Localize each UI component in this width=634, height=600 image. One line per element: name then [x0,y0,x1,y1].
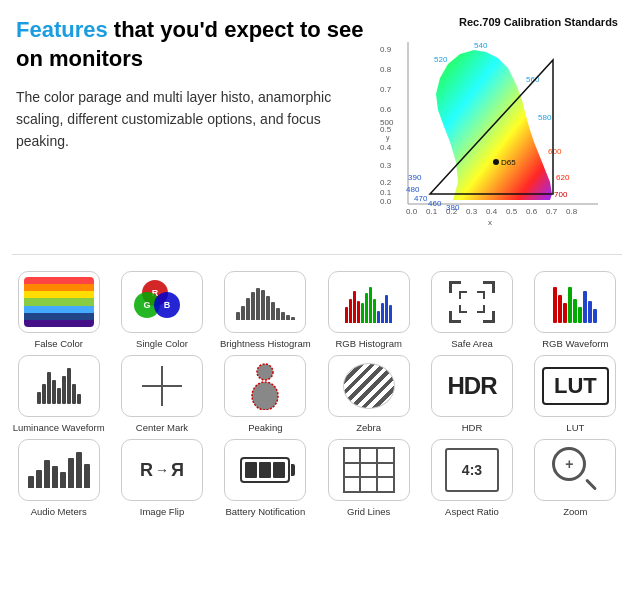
svg-text:0.6: 0.6 [380,105,392,114]
feature-lut: LUT LUT [527,355,624,433]
hdr-icon: HDR [447,372,496,400]
feature-zoom: + Zoom [527,439,624,517]
image-flip-icon-box: R → R [121,439,203,501]
luminance-waveform-label: Luminance Waveform [13,422,105,433]
svg-text:460: 460 [428,199,442,208]
aspect-ratio-icon: 4:3 [445,448,499,492]
svg-text:0.4: 0.4 [486,207,498,216]
grid-cell [377,448,394,463]
svg-text:0.7: 0.7 [380,85,392,94]
svg-text:380: 380 [446,203,460,212]
feature-false-color: False Color [10,271,107,349]
false-color-label: False Color [34,338,83,349]
feature-aspect-ratio: 4:3 Aspect Ratio [423,439,520,517]
hdr-icon-box: HDR [431,355,513,417]
center-mark-label: Center Mark [136,422,188,433]
grid-cell [360,477,377,492]
false-color-icon-box [18,271,100,333]
cie-diagram: 0.9 0.8 0.7 0.6 500 0.5 y 0.4 0.3 0.2 0.… [378,32,606,232]
rgb-histogram-icon [341,277,396,327]
battery-seg-1 [245,462,257,478]
svg-text:0.5: 0.5 [506,207,518,216]
battery-seg-2 [259,462,271,478]
grid-lines-icon [343,447,395,493]
svg-text:0.6: 0.6 [526,207,538,216]
rgb-histogram-icon-box [328,271,410,333]
svg-text:0.9: 0.9 [380,45,392,54]
aspect-ratio-icon-box: 4:3 [431,439,513,501]
feature-rgb-waveform: RGB Waveform [527,271,624,349]
rgb-waveform-label: RGB Waveform [542,338,608,349]
zoom-icon: + [552,447,598,493]
lut-label: LUT [566,422,584,433]
zoom-label: Zoom [563,506,587,517]
grid-cell [377,463,394,478]
svg-text:470: 470 [414,194,428,203]
single-color-icon: R G B [134,280,190,324]
feature-hdr: HDR HDR [423,355,520,433]
svg-text:620: 620 [556,173,570,182]
safe-area-icon-box [431,271,513,333]
feature-center-mark: Center Mark [113,355,210,433]
battery-notification-icon [240,457,290,483]
cie-chart-container: Rec.709 Calibration Standards 0.9 0.8 0.… [378,16,618,236]
magnifier-handle [585,479,597,491]
svg-text:0.1: 0.1 [380,188,392,197]
battery-notification-icon-box [224,439,306,501]
svg-text:0.3: 0.3 [380,161,392,170]
svg-point-41 [252,382,278,410]
feature-luminance-waveform: Luminance Waveform [10,355,107,433]
feature-zebra: Zebra [320,355,417,433]
feature-peaking: Peaking [217,355,314,433]
svg-text:0.1: 0.1 [426,207,438,216]
feature-single-color: R G B Single Color [113,271,210,349]
luminance-waveform-icon-box [18,355,100,417]
lut-icon: LUT [542,367,609,405]
feature-grid-lines: Grid Lines [320,439,417,517]
chart-title: Rec.709 Calibration Standards [378,16,618,28]
v-line [161,366,163,406]
center-mark-icon-box [121,355,203,417]
feature-image-flip: R → R Image Flip [113,439,210,517]
svg-text:0.2: 0.2 [380,178,392,187]
peaking-icon-box [224,355,306,417]
single-color-icon-box: R G B [121,271,203,333]
svg-text:0.8: 0.8 [380,65,392,74]
svg-text:0.3: 0.3 [466,207,478,216]
heading-highlight: Features [16,17,108,42]
plus-sign: + [565,457,573,471]
svg-text:0.8: 0.8 [566,207,578,216]
peaking-icon [240,361,290,411]
grid-lines-label: Grid Lines [347,506,390,517]
magnifier-glass: + [552,447,586,481]
safe-area-icon [445,279,499,325]
zebra-label: Zebra [356,422,381,433]
svg-text:x: x [488,218,492,227]
brightness-histogram-icon [232,280,299,324]
audio-meters-icon-box [18,439,100,501]
svg-text:D65: D65 [501,158,516,167]
feature-brightness-histogram: Brightness Histogram [217,271,314,349]
audio-meters-label: Audio Meters [31,506,87,517]
center-mark-icon [142,366,182,406]
top-section: Features that you'd expect to see on mon… [0,0,634,246]
svg-text:520: 520 [434,55,448,64]
safe-area-label: Safe Area [451,338,493,349]
svg-text:0.7: 0.7 [546,207,558,216]
battery-notification-label: Battery Notification [225,506,305,517]
feature-battery-notification: Battery Notification [217,439,314,517]
grid-cell [344,448,361,463]
image-flip-label: Image Flip [140,506,184,517]
aspect-ratio-label: Aspect Ratio [445,506,499,517]
brightness-histogram-label: Brightness Histogram [220,338,311,349]
svg-text:390: 390 [408,173,422,182]
svg-text:0.5: 0.5 [380,125,392,134]
feature-safe-area: Safe Area [423,271,520,349]
svg-text:0.0: 0.0 [406,207,418,216]
svg-text:540: 540 [474,41,488,50]
main-heading: Features that you'd expect to see on mon… [16,16,368,73]
svg-text:700: 700 [554,190,568,199]
battery-seg-3 [273,462,285,478]
brightness-histogram-icon-box [224,271,306,333]
image-flip-icon: R → R [140,460,184,481]
